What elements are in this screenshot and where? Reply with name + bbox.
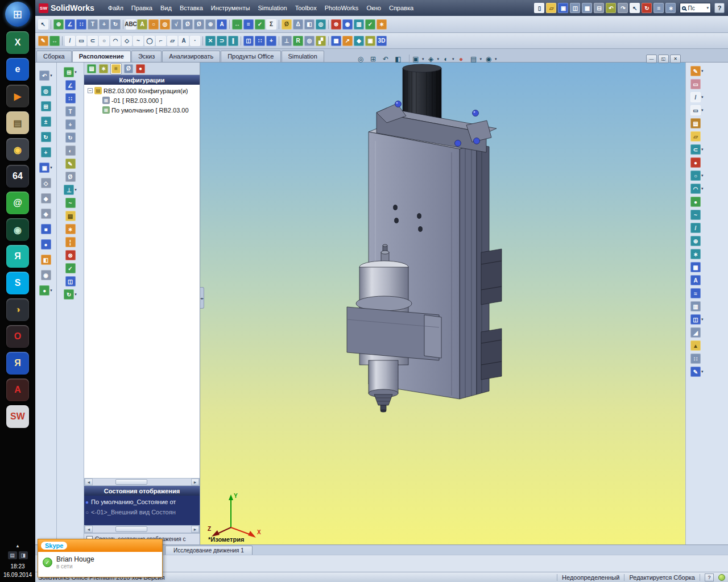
- documents-icon[interactable]: ▤: [6, 111, 29, 134]
- scroll-right-icon[interactable]: ►: [191, 479, 199, 485]
- spline-tool-icon[interactable]: ~▾: [690, 210, 728, 220]
- scroll-left-icon[interactable]: ◄: [85, 526, 93, 533]
- grid-tool-icon[interactable]: ▦▾: [690, 262, 728, 272]
- edit-component-icon[interactable]: ✎▾: [65, 159, 76, 169]
- skype-icon[interactable]: S: [6, 272, 29, 294]
- save-icon[interactable]: ▣▾: [557, 2, 569, 14]
- mirror-components-icon[interactable]: ◫▾: [65, 276, 76, 286]
- menu-edit[interactable]: Правка: [127, 3, 156, 13]
- minimize-button[interactable]: —: [646, 55, 657, 63]
- zoom-in-out-icon[interactable]: ±▾: [41, 117, 51, 127]
- insert-component-icon[interactable]: ⊞▾: [64, 67, 77, 77]
- internet-explorer-icon[interactable]: e: [6, 58, 29, 81]
- media-green-icon[interactable]: ◉: [6, 218, 29, 241]
- point-icon[interactable]: ·▾: [189, 35, 201, 47]
- auto-balloon-icon[interactable]: ◎▾: [159, 19, 171, 30]
- separator[interactable]: ▾: [239, 36, 243, 45]
- hide-show-items-icon[interactable]: ◐▾: [440, 54, 454, 64]
- zoom-area-icon[interactable]: ⊞▾: [41, 101, 51, 111]
- reference-geometry-icon[interactable]: ⊥▾: [64, 185, 77, 195]
- menu-tools[interactable]: Инструменты: [207, 3, 254, 13]
- media-player-icon[interactable]: ▶: [6, 85, 29, 107]
- rotate-component-icon[interactable]: ↻▾: [65, 132, 76, 143]
- standard-views-icon[interactable]: ▣▾: [39, 163, 52, 173]
- slot-tool-icon[interactable]: ⊂▾: [690, 144, 728, 155]
- select-arrow-icon[interactable]: ↖▾: [629, 2, 640, 14]
- tab-simulation[interactable]: Simulation: [282, 51, 324, 62]
- 3d-sketch-icon[interactable]: 3D▾: [376, 35, 387, 47]
- zoom-fit-icon[interactable]: ◎▾: [355, 54, 366, 64]
- eraser-icon[interactable]: ▭▾: [690, 79, 728, 89]
- x64-icon[interactable]: 64: [6, 165, 29, 188]
- menu-insert[interactable]: Вставка: [176, 3, 207, 13]
- skype-notification[interactable]: Skype ✓ Brian Houge в сети: [38, 539, 163, 577]
- undo-icon[interactable]: ↶▾: [605, 2, 617, 14]
- model-items-icon[interactable]: ≡▾: [243, 19, 254, 30]
- menu-file[interactable]: Файл: [104, 3, 127, 13]
- hole-alignment-icon[interactable]: ◉▾: [342, 19, 353, 30]
- new-document-icon[interactable]: ▯▾: [533, 2, 545, 14]
- make-drawing-icon[interactable]: ◫▾: [569, 2, 581, 14]
- linear-component-pattern-icon[interactable]: ∷▾: [76, 19, 87, 30]
- chrome-icon[interactable]: ◉: [6, 138, 29, 161]
- mate-icon[interactable]: ∠▾: [64, 19, 76, 30]
- display-relations-icon[interactable]: ⊥▾: [281, 35, 292, 47]
- close-button[interactable]: ✕: [670, 55, 681, 63]
- arc-tool-icon[interactable]: ◠▾: [690, 184, 728, 194]
- interference-detection-icon[interactable]: ⊗▾: [65, 250, 76, 260]
- exploded-view-icon[interactable]: ∗▾: [376, 19, 387, 30]
- smart-fasteners-icon[interactable]: T▾: [87, 19, 98, 30]
- sketch-fillet-icon[interactable]: ⌐▾: [155, 35, 167, 47]
- scene-icon[interactable]: ●▾: [690, 197, 728, 207]
- scrollbar-thumb[interactable]: [115, 526, 147, 532]
- scrollbar-thumb[interactable]: [115, 479, 147, 485]
- linear-sketch-pattern-icon[interactable]: ∷▾: [254, 35, 266, 47]
- hidden-lines-visible-icon[interactable]: ◆▾: [41, 193, 51, 203]
- options-icon[interactable]: ∗▾: [665, 2, 676, 14]
- datum-feature-icon[interactable]: A▾: [216, 19, 228, 30]
- tab-sketch[interactable]: Эскиз: [131, 51, 162, 62]
- format-painter-icon[interactable]: ✓▾: [254, 19, 266, 30]
- tray-expand-icon[interactable]: ▴: [16, 543, 19, 548]
- insert-components-icon[interactable]: ⊕▾: [53, 19, 64, 30]
- asterisk-tool-icon[interactable]: ∗▾: [690, 249, 728, 259]
- bill-of-materials-icon[interactable]: ▤▾: [65, 211, 76, 221]
- separator[interactable]: ▾: [277, 36, 281, 45]
- separator[interactable]: ▾: [228, 20, 231, 29]
- measure-icon[interactable]: Ø▾: [281, 19, 292, 30]
- trim-entities-icon[interactable]: ✕▾: [205, 35, 216, 47]
- menu-photoworks[interactable]: PhotoWorks: [321, 3, 363, 13]
- edit-appearance-icon[interactable]: ●▾: [456, 54, 467, 64]
- slot-icon[interactable]: ⊂▾: [87, 35, 98, 47]
- tab-evaluate[interactable]: Анализировать: [162, 51, 220, 62]
- text-tool-icon[interactable]: A▾: [690, 275, 728, 285]
- instant3d-icon[interactable]: ↗▾: [342, 35, 353, 47]
- balloon-icon[interactable]: ○▾: [148, 19, 159, 30]
- move-component-icon[interactable]: +▾: [98, 19, 110, 30]
- note-icon[interactable]: A▾: [136, 19, 148, 30]
- sketch-picture-icon[interactable]: ▣▾: [365, 35, 376, 47]
- make-assembly-icon[interactable]: ▦▾: [581, 2, 593, 14]
- assembly-xpert-icon[interactable]: ✓▾: [65, 263, 76, 273]
- previous-view-icon[interactable]: ↶▾: [39, 70, 52, 81]
- horizontal-scrollbar[interactable]: ◄ ►: [84, 525, 200, 533]
- open-icon[interactable]: ▱▾: [545, 2, 557, 14]
- rapid-sketch-icon[interactable]: ▞▾: [315, 35, 326, 47]
- file-properties-icon[interactable]: ≡▾: [653, 2, 664, 14]
- section-properties-icon[interactable]: ◧▾: [304, 19, 315, 30]
- circle-tool-icon[interactable]: ○▾: [690, 171, 728, 181]
- annotate-tool-icon[interactable]: ✎▾: [690, 367, 728, 377]
- hidden-lines-removed-icon[interactable]: ◈▾: [41, 209, 51, 219]
- select-icon[interactable]: ↖▾: [38, 19, 49, 30]
- redo-icon[interactable]: ↷▾: [617, 2, 628, 14]
- rotate-view-icon[interactable]: ↻▾: [41, 132, 51, 142]
- interference-detection-icon[interactable]: ⊗▾: [330, 19, 342, 30]
- scroll-right-icon[interactable]: ►: [191, 526, 199, 533]
- shaded-icon[interactable]: ●▾: [41, 239, 51, 250]
- motion-study-tab[interactable]: Исследование движения 1: [165, 546, 253, 555]
- search-dropdown-icon[interactable]: ▾: [706, 6, 709, 10]
- wireframe-icon[interactable]: ◇▾: [41, 178, 51, 188]
- geometric-tolerance-icon[interactable]: ⊕▾: [205, 19, 216, 30]
- offset-entities-icon[interactable]: ∥▾: [228, 35, 239, 47]
- quick-tips-button[interactable]: ?: [705, 573, 714, 581]
